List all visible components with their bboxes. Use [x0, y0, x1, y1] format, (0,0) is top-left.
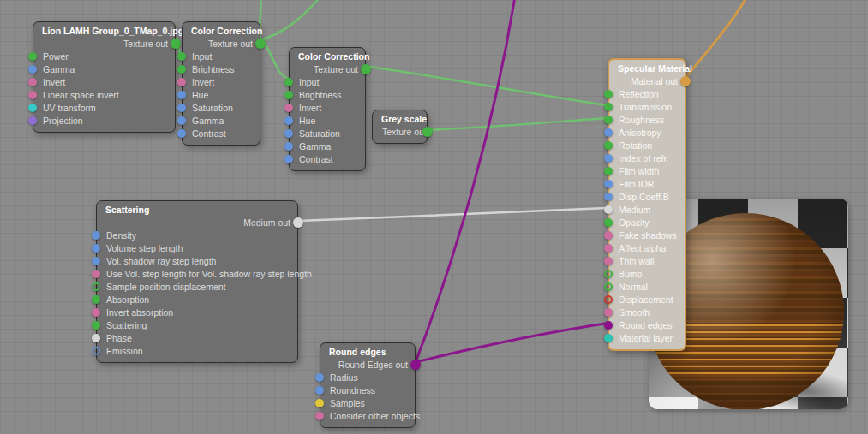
port-row: Round edges: [609, 319, 685, 332]
samples-port[interactable]: [315, 399, 324, 407]
port-label: Radius: [330, 372, 358, 383]
uv-transform-port[interactable]: [28, 104, 37, 112]
material-layer-port[interactable]: [604, 334, 613, 342]
density-port[interactable]: [92, 231, 100, 240]
port-label: Reflection: [619, 89, 659, 99]
saturation-port[interactable]: [284, 129, 293, 138]
thin-wall-port[interactable]: [604, 257, 613, 265]
input-port[interactable]: [284, 78, 293, 86]
port-label: Saturation: [192, 103, 233, 113]
brightness-port[interactable]: [177, 65, 186, 74]
vol-shadow-ray-step-length-port[interactable]: [92, 257, 100, 265]
port-row: Projection: [33, 115, 175, 128]
displacement-port[interactable]: [604, 295, 613, 304]
disp-coeff-b-port[interactable]: [604, 193, 613, 201]
bump-port[interactable]: [604, 270, 613, 278]
radius-port[interactable]: [315, 373, 324, 382]
node-title: Lion LAMH Group_0_TMap_0.jpg: [33, 25, 175, 38]
texture-out-port[interactable]: [422, 127, 433, 137]
medium-port[interactable]: [604, 205, 613, 214]
consider-other-objects-port[interactable]: [315, 412, 324, 420]
node-greyscale[interactable]: Grey scale Texture out: [372, 110, 428, 144]
node-color-correction-2[interactable]: Color Correction Texture out Input Brigh…: [289, 47, 366, 171]
medium-out-port[interactable]: [293, 217, 303, 228]
sample-position-displacement-port[interactable]: [92, 282, 100, 291]
port-row: Reflection: [609, 88, 685, 101]
texture-out-port[interactable]: [171, 39, 181, 49]
round-edges-out-port[interactable]: [410, 360, 421, 370]
invert-port[interactable]: [28, 78, 37, 86]
texture-out-port[interactable]: [255, 39, 266, 49]
port-label: Affect alpha: [619, 243, 666, 253]
gamma-port[interactable]: [284, 142, 293, 151]
node-scattering[interactable]: Scattering Medium out Density Volume ste…: [96, 200, 298, 363]
port-label: Invert: [299, 103, 321, 113]
material-out-port[interactable]: [680, 76, 691, 86]
absorption-port[interactable]: [92, 295, 100, 304]
power-port[interactable]: [28, 52, 37, 61]
port-label: Projection: [43, 116, 83, 126]
port-label: Anisotropy: [619, 128, 661, 138]
texture-out-port[interactable]: [361, 64, 371, 74]
output-row: Medium out: [97, 217, 297, 229]
port-label: Medium: [619, 205, 650, 215]
affect-alpha-port[interactable]: [604, 244, 613, 253]
saturation-port[interactable]: [177, 104, 186, 112]
reflection-port[interactable]: [604, 90, 613, 98]
hue-port[interactable]: [177, 91, 186, 99]
output-row: Texture out: [373, 126, 427, 139]
scattering-port[interactable]: [92, 321, 100, 330]
emission-port[interactable]: [92, 347, 100, 355]
brightness-port[interactable]: [284, 91, 293, 99]
invert-absorption-port[interactable]: [92, 308, 100, 317]
roughness-port[interactable]: [604, 116, 613, 124]
film-ior-port[interactable]: [604, 180, 613, 188]
input-port[interactable]: [177, 52, 186, 61]
linear-space-invert-port[interactable]: [28, 91, 37, 99]
port-row: Normal: [609, 281, 685, 294]
output-port-label: Texture out: [382, 127, 427, 137]
roundness-port[interactable]: [315, 386, 324, 395]
port-label: Emission: [106, 346, 143, 356]
port-row: Invert absorption: [97, 306, 297, 319]
port-label: Roughness: [619, 115, 664, 125]
output-port-label: Texture out: [208, 39, 253, 49]
gamma-port[interactable]: [28, 65, 37, 74]
node-lion-lamh-texture[interactable]: Lion LAMH Group_0_TMap_0.jpg Texture out…: [33, 21, 176, 133]
smooth-port[interactable]: [604, 308, 613, 317]
round-edges-port[interactable]: [604, 321, 613, 330]
index-of-refraction-port[interactable]: [604, 154, 613, 163]
contrast-port[interactable]: [284, 155, 293, 163]
port-row: Emission: [97, 345, 297, 358]
contrast-port[interactable]: [177, 129, 186, 138]
phase-port[interactable]: [92, 334, 100, 342]
port-label: Roundness: [330, 385, 375, 395]
fake-shadows-port[interactable]: [604, 231, 613, 240]
port-label: Input: [299, 77, 319, 87]
invert-port[interactable]: [284, 104, 293, 112]
projection-port[interactable]: [28, 116, 37, 125]
port-row: Gamma: [183, 115, 260, 128]
port-label: Scattering: [106, 320, 147, 330]
node-color-correction-1[interactable]: Color Correction Texture out Input Brigh…: [182, 21, 260, 146]
anisotropy-port[interactable]: [604, 128, 613, 137]
volume-step-length-port[interactable]: [92, 244, 100, 253]
node-specular-material[interactable]: Specular Material Material out Reflectio…: [608, 58, 686, 351]
hue-port[interactable]: [284, 116, 293, 125]
port-label: Gamma: [43, 64, 75, 74]
opacity-port[interactable]: [604, 218, 613, 227]
port-label: Phase: [106, 333, 132, 343]
port-row: Hue: [183, 89, 260, 102]
normal-port[interactable]: [604, 282, 613, 291]
transmission-port[interactable]: [604, 103, 613, 111]
use-vol-step-length-port[interactable]: [92, 270, 100, 278]
output-port-label: Material out: [631, 76, 678, 86]
gamma-port[interactable]: [177, 116, 186, 125]
port-row: Transmission: [609, 101, 685, 114]
rotation-port[interactable]: [604, 141, 613, 150]
invert-port[interactable]: [177, 78, 186, 86]
port-label: Round edges: [619, 320, 672, 330]
film-width-port[interactable]: [604, 167, 613, 175]
port-row: Smooth: [609, 306, 685, 319]
node-round-edges[interactable]: Round edges Round Edges out Radius Round…: [320, 342, 416, 428]
